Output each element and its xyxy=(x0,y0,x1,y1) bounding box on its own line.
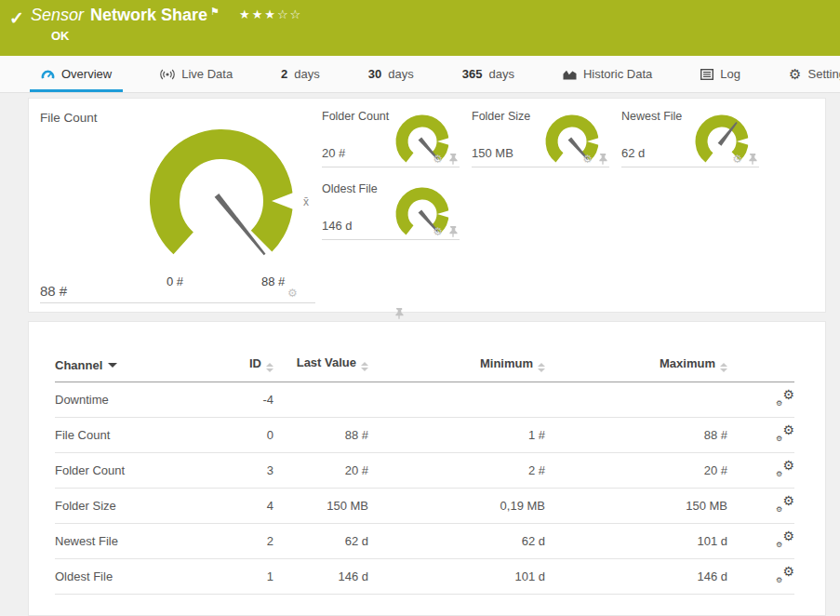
table-row-file-count: File Count 0 88 # 1 # 88 # ⚙⚙ xyxy=(55,417,794,452)
tab-settings[interactable]: ⚙ Settings xyxy=(778,56,840,92)
tab-overview[interactable]: Overview xyxy=(30,56,123,92)
channel-current-value: 62 d xyxy=(621,146,645,160)
cell-maximum: 101 d xyxy=(545,523,727,558)
gauge-scale-min: 0 # xyxy=(167,275,183,288)
channel-name: File Count xyxy=(40,111,98,125)
cell-minimum xyxy=(368,382,545,417)
cell-maximum: 150 MB xyxy=(545,488,727,523)
table-row-folder-count: Folder Count 3 20 # 2 # 20 # ⚙⚙ xyxy=(55,452,794,488)
column-header-channel[interactable]: Channel xyxy=(55,348,222,382)
channel-settings-icon[interactable]: ⚙⚙ xyxy=(776,462,794,476)
log-list-icon xyxy=(700,69,713,80)
column-label: Minimum xyxy=(480,356,533,370)
tab-2-days-label: days xyxy=(294,67,319,81)
channel-settings-icon[interactable]: ⚙⚙ xyxy=(776,391,794,406)
priority-flag-icon[interactable]: ⚑ xyxy=(210,6,220,17)
sensor-title-line: SensorNetwork Share⚑ ★★★☆☆ xyxy=(31,6,302,25)
channel-gear-icon[interactable]: ⚙ xyxy=(287,288,298,299)
tab-settings-label: Settings xyxy=(808,67,840,81)
tab-365-days-num: 365 xyxy=(462,67,483,81)
status-badge: OK xyxy=(51,29,70,43)
channel-name: Newest File xyxy=(621,110,682,123)
table-row-oldest-file: Oldest File 1 146 d 101 d 146 d ⚙⚙ xyxy=(55,558,794,594)
channel-gear-icon[interactable]: ⚙ xyxy=(433,154,443,165)
column-header-minimum[interactable]: Minimum xyxy=(368,348,545,382)
channel-name: Oldest File xyxy=(322,182,378,195)
divider xyxy=(40,302,315,303)
primary-gauge-file-count: File Count x̄ 0 # 88 # 88 # ⚙ xyxy=(29,99,322,314)
channel-gear-icon[interactable]: ⚙ xyxy=(582,154,593,165)
tab-live-data-label: Live Data xyxy=(181,67,233,81)
tab-30-days[interactable]: 30 days xyxy=(357,56,425,92)
pin-icon[interactable] xyxy=(448,226,458,237)
cell-last-value: 88 # xyxy=(273,417,368,452)
sort-icon[interactable] xyxy=(361,362,368,371)
sort-icon[interactable] xyxy=(538,363,545,372)
channel-gear-icon[interactable]: ⚙ xyxy=(732,154,742,165)
column-label: Last Value xyxy=(297,355,356,369)
stars-empty[interactable]: ☆☆ xyxy=(277,7,302,21)
cell-last-value xyxy=(273,382,368,417)
tab-log[interactable]: Log xyxy=(689,56,752,92)
stars-filled[interactable]: ★★★ xyxy=(239,7,277,21)
sort-desc-icon xyxy=(108,363,117,368)
cell-id: 2 xyxy=(222,523,273,558)
cell-channel: Folder Size xyxy=(55,488,222,523)
status-check-icon: ✓ xyxy=(9,7,24,29)
cell-maximum xyxy=(545,382,727,417)
pin-icon[interactable] xyxy=(394,308,404,319)
cell-last-value: 20 # xyxy=(273,452,368,488)
pin-icon[interactable] xyxy=(448,154,458,165)
cell-minimum: 1 # xyxy=(368,417,545,452)
cell-channel: Downtime xyxy=(55,382,222,417)
cell-channel: Oldest File xyxy=(55,558,222,594)
channels-table-panel: Channel ID Last Value Minimum Maximum xyxy=(28,321,826,616)
tab-2-days[interactable]: 2 days xyxy=(270,56,331,92)
tab-365-days-label: days xyxy=(488,67,513,81)
sensor-kind-label: Sensor xyxy=(31,6,84,24)
cell-channel: Newest File xyxy=(55,523,222,558)
cell-id: 3 xyxy=(222,452,273,488)
sensor-header: ✓ SensorNetwork Share⚑ ★★★☆☆ OK xyxy=(0,0,840,56)
column-header-actions xyxy=(727,348,794,382)
channel-gear-icon[interactable]: ⚙ xyxy=(433,226,443,237)
column-header-id[interactable]: ID xyxy=(222,348,273,382)
cell-maximum: 20 # xyxy=(545,452,727,488)
channel-settings-icon[interactable]: ⚙⚙ xyxy=(776,497,794,512)
tab-30-days-num: 30 xyxy=(368,67,381,81)
gauge-icon xyxy=(41,68,55,80)
channel-name: Folder Count xyxy=(322,110,389,123)
sort-icon[interactable] xyxy=(266,363,273,372)
pin-icon[interactable] xyxy=(748,154,757,165)
channel-name: Folder Size xyxy=(472,110,530,123)
channel-current-value: 150 MB xyxy=(472,146,513,160)
cell-maximum: 146 d xyxy=(545,558,727,594)
average-marker: x̄ xyxy=(303,195,309,208)
channel-settings-icon[interactable]: ⚙⚙ xyxy=(776,426,794,441)
cell-id: 4 xyxy=(222,488,273,523)
channels-table: Channel ID Last Value Minimum Maximum xyxy=(55,348,794,595)
gauge-scale-max: 88 # xyxy=(261,275,285,288)
tab-historic-data[interactable]: Historic Data xyxy=(552,56,663,92)
cell-last-value: 62 d xyxy=(273,523,368,558)
tab-365-days[interactable]: 365 days xyxy=(451,56,526,92)
tab-live-data[interactable]: Live Data xyxy=(149,56,244,92)
column-header-last-value[interactable]: Last Value xyxy=(273,348,368,382)
channel-current-value: 146 d xyxy=(322,219,353,233)
pin-icon[interactable] xyxy=(598,154,607,165)
cell-minimum: 2 # xyxy=(368,452,545,488)
tab-30-days-label: days xyxy=(388,67,413,81)
channel-settings-icon[interactable]: ⚙⚙ xyxy=(776,532,794,547)
tab-historic-data-label: Historic Data xyxy=(583,67,652,81)
channel-settings-icon[interactable]: ⚙⚙ xyxy=(776,568,794,583)
column-header-maximum[interactable]: Maximum xyxy=(545,348,727,382)
prtg-sensor-page: ✓ SensorNetwork Share⚑ ★★★☆☆ OK Overview… xyxy=(0,0,840,616)
cell-last-value: 150 MB xyxy=(273,488,368,523)
gear-icon: ⚙ xyxy=(789,67,801,81)
tab-2-days-num: 2 xyxy=(281,67,287,81)
cell-id: 1 xyxy=(222,558,273,594)
priority-stars[interactable]: ★★★☆☆ xyxy=(239,7,302,21)
sort-icon[interactable] xyxy=(720,363,727,372)
table-row-folder-size: Folder Size 4 150 MB 0,19 MB 150 MB ⚙⚙ xyxy=(55,488,794,523)
gauges-panel: File Count x̄ 0 # 88 # 88 # ⚙ Folder Cou… xyxy=(28,98,826,313)
